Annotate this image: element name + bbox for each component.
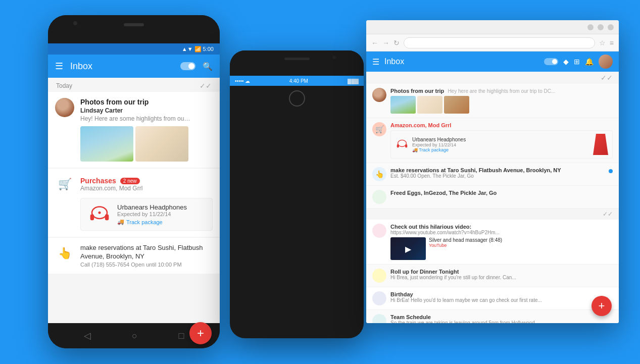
android-app-bar: ☰ Inbox 🔍 bbox=[48, 55, 220, 78]
desktop-subject-text-photos: Photos from our trip bbox=[390, 88, 444, 94]
desktop-photo-1 bbox=[390, 96, 416, 114]
track-link[interactable]: 🚚 Track package bbox=[117, 219, 187, 225]
desktop-email-content-schedule: Team Schedule So the train we are taking… bbox=[390, 314, 613, 323]
desktop-email-subject-grocery: Freed Eggs, InGezod, The Pickle Jar, Go bbox=[390, 190, 613, 196]
desktop-avatar-purchases: 🛒 bbox=[372, 122, 386, 136]
android-app-bar-icons: 🔍 bbox=[180, 62, 213, 71]
purchases-info: Purchases 2 new Amazon.com, Mod Grrl bbox=[80, 177, 213, 192]
desktop-video-info: Silver and head massager (8:48) YouTube bbox=[429, 237, 502, 260]
desktop-back-icon[interactable]: ← bbox=[371, 39, 378, 47]
desktop-hamburger-icon[interactable]: ☰ bbox=[372, 57, 379, 67]
desktop-toolbar: ☰ Inbox ◆ ⊞ 🔔 bbox=[366, 51, 619, 72]
android-menu-icon[interactable]: ☰ bbox=[55, 61, 63, 72]
android-new-badge: 2 new bbox=[120, 178, 140, 184]
desktop-url-input[interactable] bbox=[404, 37, 595, 48]
android-today-header: Today ✓✓ bbox=[48, 78, 220, 92]
android-recents-icon[interactable]: □ bbox=[178, 331, 184, 341]
android-phone: ▲▼ 📶 5:00 ☰ Inbox 🔍 Today ✓✓ Phot bbox=[48, 15, 220, 348]
android-package-card: Urbanears Headphones Expected by 11/22/1… bbox=[80, 198, 213, 231]
desktop-grid-icon[interactable]: ⊞ bbox=[574, 58, 580, 66]
desktop-check-row: ✓✓ bbox=[366, 72, 619, 84]
desktop-photo-2 bbox=[417, 96, 442, 114]
android-photo-thumb-2 bbox=[135, 126, 188, 162]
desktop-pkg-details: Urbanears Headphones Expected by 11/22/1… bbox=[412, 137, 466, 152]
desktop-window: ← → ↻ ☆ ≡ ☰ Inbox ◆ ⊞ 🔔 ✓✓ bbox=[366, 20, 619, 323]
iphone-battery: ▓▓▓ bbox=[348, 78, 359, 84]
desktop-video-title: Silver and head massager (8:48) bbox=[429, 237, 502, 243]
desktop-user-avatar[interactable] bbox=[599, 55, 613, 69]
desktop-check-all-icon[interactable]: ✓✓ bbox=[601, 74, 613, 82]
desktop-email-row-sushi[interactable]: 👆 make reservations at Taro Sushi, Flatb… bbox=[366, 163, 619, 186]
android-toggle[interactable] bbox=[180, 62, 195, 70]
desktop-fab-label: + bbox=[599, 299, 605, 313]
svg-rect-1 bbox=[90, 214, 94, 220]
iphone-home-button[interactable] bbox=[289, 90, 305, 107]
desktop-avatar-schedule bbox=[372, 314, 386, 323]
desktop-titlebar bbox=[366, 20, 619, 34]
desktop-check-icon-2[interactable]: ✓✓ bbox=[603, 211, 613, 218]
titlebar-maximize-btn[interactable] bbox=[608, 24, 614, 30]
desktop-email-row-purchases[interactable]: 🛒 Amazon.com, Mod Grrl Urbanears Headpho… bbox=[366, 118, 619, 163]
titlebar-close-btn[interactable] bbox=[587, 24, 594, 30]
task-info: make reservations at Taro Sushi, Flatbus… bbox=[80, 244, 213, 268]
desktop-avatar-video bbox=[372, 224, 386, 238]
status-icons: ▲▼ 📶 5:00 bbox=[182, 46, 214, 53]
avatar-image bbox=[55, 98, 74, 117]
iphone-carrier: ••••• bbox=[235, 78, 244, 84]
desktop-email-row-grocery[interactable]: Freed Eggs, InGezod, The Pickle Jar, Go bbox=[366, 186, 619, 209]
desktop-avatar-sushi: 👆 bbox=[372, 167, 386, 181]
desktop-email-row-schedule[interactable]: Team Schedule So the train we are taking… bbox=[366, 310, 619, 323]
desktop-email-row-video[interactable]: Check out this hilarious video: https://… bbox=[366, 220, 619, 265]
titlebar-minimize-btn[interactable] bbox=[598, 24, 604, 30]
desktop-fab[interactable]: + bbox=[592, 296, 612, 316]
android-email-card-photos[interactable]: Photos from our trip Lindsay Carter Hey!… bbox=[48, 92, 220, 168]
desktop-forward-icon[interactable]: → bbox=[382, 39, 389, 47]
desktop-avatar-grocery bbox=[372, 190, 386, 204]
android-home-icon[interactable]: ○ bbox=[132, 331, 137, 341]
android-email-subject: Photos from our trip bbox=[80, 98, 213, 106]
android-phone-top bbox=[48, 15, 220, 43]
desktop-toggle[interactable] bbox=[544, 58, 558, 65]
desktop-bookmark-icon[interactable]: ◆ bbox=[563, 58, 569, 66]
android-check-all-icon[interactable]: ✓✓ bbox=[200, 82, 212, 90]
desktop-email-subject-purchases: Amazon.com, Mod Grrl bbox=[390, 122, 613, 128]
desktop-app-title: Inbox bbox=[384, 57, 539, 66]
desktop-star-icon[interactable]: ☆ bbox=[599, 39, 606, 47]
svg-rect-9 bbox=[405, 144, 407, 148]
desktop-package-row: Urbanears Headphones Expected by 11/22/1… bbox=[390, 130, 613, 159]
desktop-headphone-icon bbox=[395, 139, 409, 150]
desktop-email-preview-schedule: So the train we are taking is leaving ar… bbox=[390, 320, 613, 323]
desktop-refresh-icon[interactable]: ↻ bbox=[393, 39, 400, 47]
desktop-pkg-track[interactable]: 🚚 Track package bbox=[412, 147, 466, 152]
desktop-bell-icon[interactable]: 🔔 bbox=[585, 58, 594, 66]
android-status-bar: ▲▼ 📶 5:00 bbox=[48, 43, 220, 55]
android-task-card[interactable]: 👆 make reservations at Taro Sushi, Flatb… bbox=[48, 238, 220, 274]
signal-icon: ▲▼ bbox=[182, 46, 193, 52]
desktop-email-content-sushi: make reservations at Taro Sushi, Flatbus… bbox=[390, 167, 605, 179]
desktop-email-row-dinner[interactable]: Roll up for Dinner Tonight Hi Brea, just… bbox=[366, 265, 619, 287]
desktop-email-content-purchases: Amazon.com, Mod Grrl Urbanears Headphone… bbox=[390, 122, 613, 159]
desktop-avatar-photos bbox=[372, 88, 386, 102]
android-purchases-card[interactable]: 🛒 Purchases 2 new Amazon.com, Mod Grrl bbox=[48, 169, 220, 237]
desktop-email-row-photos[interactable]: Photos from our trip Hey here are the hi… bbox=[366, 84, 619, 118]
headphone-icon bbox=[87, 205, 112, 224]
desktop-email-content-photos: Photos from our trip Hey here are the hi… bbox=[390, 88, 613, 114]
iphone-bottom-nav bbox=[230, 86, 364, 111]
desktop-email-subject-schedule: Team Schedule bbox=[390, 314, 613, 320]
desktop-photo-3 bbox=[444, 96, 469, 114]
android-back-icon[interactable]: ◁ bbox=[84, 330, 91, 341]
desktop-subject-text-purchases: Amazon.com, Mod Grrl bbox=[390, 122, 451, 128]
desktop-email-content-birthday: Birthday Hi BrEa! Hello you'd to learn m… bbox=[390, 291, 613, 303]
desktop-menu-dots-icon[interactable]: ≡ bbox=[610, 39, 614, 47]
package-info: Urbanears Headphones Expected by 11/22/1… bbox=[117, 203, 187, 225]
android-app-title: Inbox bbox=[70, 61, 173, 72]
android-search-icon[interactable]: 🔍 bbox=[203, 62, 213, 71]
toggle-knob bbox=[188, 63, 194, 69]
desktop-avatar-dinner bbox=[372, 269, 386, 283]
android-photo-thumbnails bbox=[80, 126, 213, 162]
camera bbox=[73, 21, 77, 25]
desktop-email-subject-video: Check out this hilarious video: bbox=[390, 224, 613, 230]
desktop-email-row-birthday[interactable]: Birthday Hi BrEa! Hello you'd to learn m… bbox=[366, 287, 619, 310]
desktop-email-content-dinner: Roll up for Dinner Tonight Hi Brea, just… bbox=[390, 269, 613, 280]
play-icon: ▶ bbox=[405, 244, 411, 253]
